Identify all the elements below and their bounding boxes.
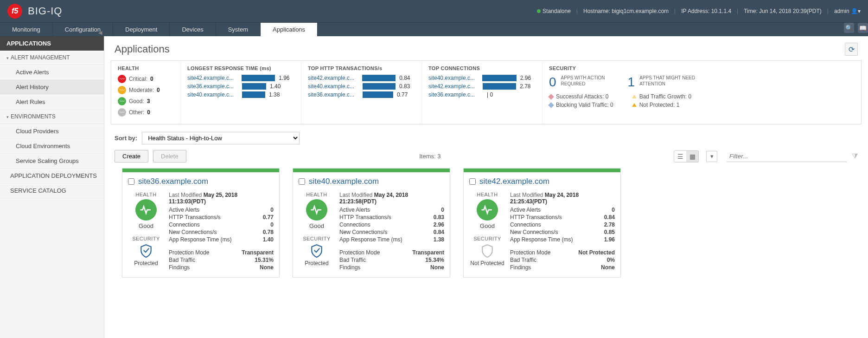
- health-icon: [306, 199, 327, 221]
- summary-panel: HEALTH 〰Critical: 0 〰Moderate: 0 〰Good: …: [111, 60, 862, 124]
- moderate-icon: 〰: [118, 86, 126, 94]
- other-icon: 〰: [118, 108, 126, 117]
- tab-applications[interactable]: Applications: [261, 23, 318, 36]
- status-text: Standalone: [542, 8, 571, 14]
- list-view-icon[interactable]: ☰: [674, 151, 686, 162]
- diamond-icon: [548, 102, 554, 108]
- tab-configuration[interactable]: Configuration: [53, 23, 113, 36]
- sidebar-item-ssg[interactable]: Service Scaling Groups: [0, 154, 104, 169]
- good-icon: 〰: [118, 97, 126, 105]
- health-header: HEALTH: [118, 65, 174, 71]
- sidebar-section-alert[interactable]: ALERT MANAGEMENT: [0, 51, 104, 65]
- triangle-icon: [632, 103, 637, 107]
- bar-row[interactable]: site40.example.c...2.96: [428, 75, 536, 81]
- grid-view-icon[interactable]: ▦: [686, 151, 698, 162]
- card-checkbox[interactable]: [469, 178, 476, 185]
- bar-row[interactable]: site36.example.c...1.40: [187, 83, 294, 90]
- sec-attention-count: 1: [628, 75, 635, 90]
- app-card[interactable]: site42.example.comHEALTHGoodSECURITYNot …: [463, 168, 621, 278]
- card-checkbox[interactable]: [128, 178, 134, 185]
- card-title[interactable]: site42.example.com: [479, 177, 549, 186]
- http-header: TOP HTTP TRANSACTIONS/s: [308, 65, 415, 71]
- items-count: Items: 3: [419, 153, 440, 160]
- sidebar-item-app-deploy[interactable]: APPLICATION DEPLOYMENTS: [0, 169, 104, 183]
- bar-row[interactable]: site42.example.c...2.78: [428, 83, 536, 90]
- critical-icon: 〰: [118, 75, 126, 83]
- card-checkbox[interactable]: [299, 178, 305, 185]
- create-button[interactable]: Create: [115, 150, 148, 162]
- main-tabs: Monitoring Configuration Deployment Devi…: [0, 22, 868, 36]
- help-icon[interactable]: 📖: [858, 23, 868, 33]
- triangle-icon: [632, 95, 637, 98]
- bar-row[interactable]: site42.example.c...1.96: [187, 75, 294, 81]
- bar-row[interactable]: site42.example.c...0.84: [308, 75, 415, 81]
- sidebar-item-cloud-providers[interactable]: Cloud Providers: [0, 124, 104, 139]
- tab-monitoring[interactable]: Monitoring: [0, 23, 53, 36]
- app-card[interactable]: site40.example.comHEALTHGoodSECURITYProt…: [293, 168, 450, 278]
- filter-input[interactable]: [727, 151, 847, 162]
- bar-row[interactable]: site40.example.c...1.38: [187, 91, 294, 98]
- tab-devices[interactable]: Devices: [170, 23, 216, 36]
- response-header: LONGEST RESPONSE TIME (ms): [187, 65, 294, 71]
- sort-select[interactable]: Health Status - High-to-Low: [142, 132, 300, 144]
- security-header: SECURITY: [549, 65, 855, 71]
- sidebar-title[interactable]: APPLICATIONS: [0, 36, 104, 51]
- filter-dropdown[interactable]: ▾: [706, 151, 717, 162]
- product-name: BIG-IQ: [28, 5, 62, 17]
- card-title[interactable]: site40.example.com: [309, 177, 379, 186]
- sidebar-item-alert-rules[interactable]: Alert Rules: [0, 95, 104, 110]
- search-icon[interactable]: 🔍: [844, 23, 854, 33]
- time: Jun 14, 2018 20:39(PDT): [759, 8, 822, 14]
- hostname: bigiq1cm.example.com: [612, 8, 669, 14]
- ip-address: 10.1.1.4: [711, 8, 731, 14]
- card-title[interactable]: site36.example.com: [138, 177, 208, 186]
- sec-action-count: 0: [549, 75, 556, 90]
- sort-label: Sort by:: [115, 135, 137, 142]
- shield-icon: [310, 243, 323, 258]
- sidebar: ◀ APPLICATIONS ALERT MANAGEMENT Active A…: [0, 36, 104, 338]
- tab-deployment[interactable]: Deployment: [113, 23, 170, 36]
- shield-icon: [481, 243, 494, 258]
- conn-header: TOP CONNECTIONS: [428, 65, 536, 71]
- sidebar-section-env[interactable]: ENVIRONMENTS: [0, 110, 104, 124]
- health-icon: [135, 199, 157, 221]
- status-dot-icon: [537, 9, 541, 13]
- sidebar-item-active-alerts[interactable]: Active Alerts: [0, 65, 104, 80]
- page-title: Applications: [115, 43, 170, 55]
- app-card[interactable]: site36.example.comHEALTHGoodSECURITYProt…: [122, 168, 280, 278]
- topbar: f5 BIG-IQ Standalone | Hostname: bigiq1c…: [0, 0, 868, 22]
- bar-row[interactable]: site36.example.c...| 0: [428, 91, 536, 98]
- f5-logo: f5: [7, 4, 22, 19]
- shield-icon: [140, 243, 153, 258]
- sidebar-item-cloud-env[interactable]: Cloud Environments: [0, 139, 104, 154]
- delete-button[interactable]: Delete: [153, 150, 186, 162]
- bar-row[interactable]: site40.example.c...0.83: [308, 83, 415, 90]
- sidebar-collapse-icon[interactable]: ◀: [98, 30, 102, 36]
- sidebar-item-service-catalog[interactable]: SERVICE CATALOG: [0, 183, 104, 198]
- health-icon: [477, 199, 498, 221]
- user-menu[interactable]: admin 👤▾: [834, 8, 861, 14]
- tab-system[interactable]: System: [216, 23, 261, 36]
- refresh-button[interactable]: ⟳: [845, 43, 858, 56]
- filter-icon[interactable]: ⧩: [852, 152, 858, 161]
- sidebar-item-alert-history[interactable]: Alert History: [0, 80, 104, 95]
- diamond-icon: [548, 94, 554, 100]
- bar-row[interactable]: site36.example.c...0.77: [308, 91, 415, 98]
